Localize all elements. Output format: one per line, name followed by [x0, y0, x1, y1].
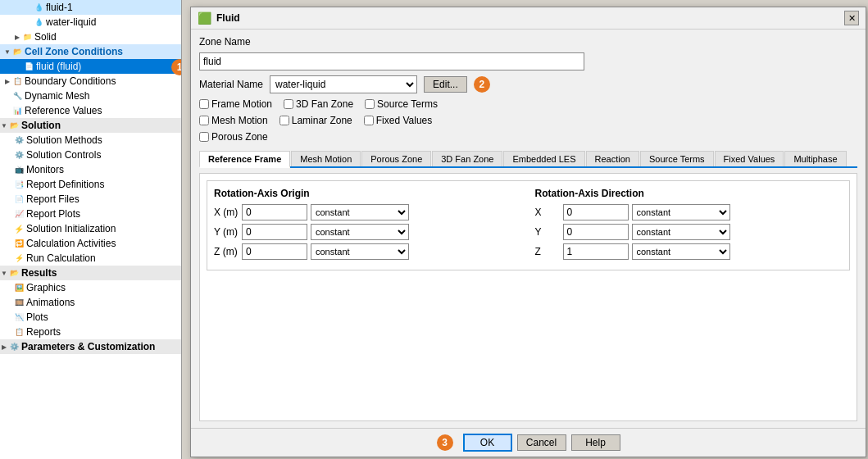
gear-icon-2: ⚙️ — [13, 149, 25, 161]
frame-motion-checkbox[interactable] — [199, 99, 209, 109]
direction-x-select[interactable]: constant — [632, 204, 730, 220]
direction-x-row: X constant — [535, 204, 843, 220]
direction-x-input[interactable] — [563, 204, 629, 220]
sidebar-item-fluid-fluid[interactable]: 📄 fluid (fluid) 1 — [0, 59, 181, 74]
tab-embedded-les[interactable]: Embedded LES — [503, 151, 584, 166]
sidebar-item-reference-values[interactable]: 📊 Reference Values — [0, 103, 181, 118]
file-icon: 📄 — [13, 193, 25, 205]
badge-1: 1 — [171, 59, 182, 75]
arrow-icon[interactable]: ▶ — [13, 34, 21, 41]
sidebar-item-label: fluid-1 — [46, 2, 73, 13]
sidebar-item-report-plots[interactable]: 📈 Report Plots — [0, 207, 181, 221]
mesh-motion-checkbox[interactable] — [199, 116, 209, 125]
tab-mesh-motion[interactable]: Mesh Motion — [291, 151, 361, 166]
sidebar-item-label: Graphics — [26, 282, 66, 293]
sidebar-item-fluid-1[interactable]: 💧 fluid-1 — [0, 0, 181, 15]
tab-reference-frame[interactable]: Reference Frame — [199, 151, 290, 168]
tab-fixed-values[interactable]: Fixed Values — [715, 151, 784, 166]
reports-icon: 📋 — [13, 326, 25, 338]
checkbox-group-3: Porous Zone — [199, 131, 857, 143]
ref-icon: 📊 — [11, 105, 23, 116]
arrow-icon[interactable]: ▼ — [0, 122, 8, 130]
porous-zone-checkbox-item: Porous Zone — [199, 131, 268, 143]
frame-motion-label: Frame Motion — [211, 98, 272, 110]
tab-porous-zone[interactable]: Porous Zone — [361, 151, 431, 166]
sidebar-item-solution-init[interactable]: ⚡ Solution Initialization — [0, 221, 181, 236]
sidebar-item-reports[interactable]: 📋 Reports — [0, 325, 181, 339]
direction-z-label: Z — [535, 246, 560, 257]
direction-y-label: Y — [535, 226, 560, 238]
sidebar-item-plots[interactable]: 📉 Plots — [0, 310, 181, 325]
ok-button[interactable]: OK — [463, 434, 512, 452]
sidebar-item-report-files[interactable]: 📄 Report Files — [0, 192, 181, 207]
sidebar-item-cell-zone-conditions[interactable]: ▼ 📂 Cell Zone Conditions — [0, 44, 181, 59]
material-name-select[interactable]: water-liquid — [270, 75, 417, 93]
sidebar: 💧 fluid-1 💧 water-liquid ▶ 📁 Solid ▼ 📂 C… — [0, 0, 182, 459]
dialog-body: Zone Name Material Name water-liquid Edi… — [191, 30, 866, 428]
tab-reaction[interactable]: Reaction — [586, 151, 639, 166]
origin-z-select[interactable]: constant — [311, 243, 409, 260]
sidebar-item-graphics[interactable]: 🖼️ Graphics — [0, 280, 181, 295]
origin-z-label: Z (m) — [214, 246, 239, 257]
cancel-button[interactable]: Cancel — [517, 434, 566, 451]
drop-icon: 💧 — [33, 2, 44, 13]
origin-z-input[interactable] — [242, 243, 307, 260]
direction-y-select[interactable]: constant — [632, 224, 730, 240]
arrow-icon[interactable]: ▼ — [3, 48, 11, 56]
solution-icon: 📂 — [8, 120, 20, 131]
fixed-values-checkbox-item: Fixed Values — [364, 115, 432, 126]
direction-z-input[interactable] — [563, 243, 629, 260]
zone-name-input[interactable] — [199, 52, 584, 70]
sidebar-item-label: Solid — [34, 31, 57, 43]
zone-name-row: Zone Name — [199, 36, 857, 48]
checkbox-group-1: Frame Motion 3D Fan Zone Source Terms — [199, 98, 857, 110]
sidebar-item-label: Solution Controls — [26, 149, 101, 161]
sidebar-item-report-definitions[interactable]: 📑 Report Definitions — [0, 177, 181, 192]
zone-name-label: Zone Name — [199, 36, 251, 48]
direction-x-label: X — [535, 207, 560, 218]
rotation-axis-direction: Rotation-Axis Direction X constant Y — [535, 188, 843, 263]
sidebar-item-results[interactable]: ▼ 📂 Results — [0, 266, 181, 280]
sidebar-item-dynamic-mesh[interactable]: 🔧 Dynamic Mesh — [0, 89, 181, 103]
init-icon: ⚡ — [13, 223, 25, 234]
origin-x-input[interactable] — [242, 204, 307, 220]
sidebar-item-solution-methods[interactable]: ⚙️ Solution Methods — [0, 133, 181, 148]
mesh-motion-checkbox-item: Mesh Motion — [199, 115, 268, 126]
edit-button[interactable]: Edit... — [424, 76, 467, 93]
origin-y-label: Y (m) — [214, 226, 239, 238]
sidebar-item-parameters[interactable]: ▶ ⚙️ Parameters & Customization — [0, 339, 181, 354]
arrow-icon[interactable]: ▶ — [3, 78, 11, 85]
direction-y-input[interactable] — [563, 224, 629, 240]
sidebar-item-solid[interactable]: ▶ 📁 Solid — [0, 30, 181, 44]
help-button[interactable]: Help — [571, 434, 620, 451]
fixed-values-checkbox[interactable] — [364, 116, 374, 125]
sidebar-item-boundary-conditions[interactable]: ▶ 📋 Boundary Conditions — [0, 74, 181, 89]
sidebar-item-label: fluid (fluid) — [36, 61, 81, 72]
tab-source-terms[interactable]: Source Terms — [640, 151, 714, 166]
sidebar-item-solution-controls[interactable]: ⚙️ Solution Controls — [0, 148, 181, 162]
tab-multiphase[interactable]: Multiphase — [784, 151, 846, 166]
3d-fan-zone-checkbox[interactable] — [284, 99, 293, 109]
sidebar-item-calculation-activities[interactable]: 🔁 Calculation Activities — [0, 236, 181, 251]
arrow-icon[interactable]: ▶ — [0, 343, 8, 351]
porous-zone-checkbox[interactable] — [199, 132, 209, 142]
sidebar-item-water-liquid[interactable]: 💧 water-liquid — [0, 15, 181, 30]
origin-x-select[interactable]: constant — [311, 204, 409, 220]
sidebar-item-run-calculation[interactable]: ⚡ Run Calculation — [0, 251, 181, 266]
arrow-icon[interactable]: ▼ — [0, 270, 8, 277]
source-terms-checkbox[interactable] — [365, 99, 375, 109]
3d-fan-zone-checkbox-item: 3D Fan Zone — [284, 98, 353, 110]
direction-z-select[interactable]: constant — [632, 243, 730, 260]
tab-bar: Reference Frame Mesh Motion Porous Zone … — [199, 151, 857, 168]
dialog-close-button[interactable]: ✕ — [844, 11, 859, 25]
sidebar-item-label: Animations — [26, 297, 75, 308]
origin-y-select[interactable]: constant — [311, 224, 409, 240]
origin-y-input[interactable] — [242, 224, 307, 240]
plot-icon: 📈 — [13, 208, 25, 220]
sidebar-item-animations[interactable]: 🎞️ Animations — [0, 295, 181, 310]
sidebar-item-label: Parameters & Customization — [21, 341, 155, 352]
sidebar-item-solution[interactable]: ▼ 📂 Solution — [0, 118, 181, 133]
laminar-zone-checkbox[interactable] — [279, 116, 289, 125]
sidebar-item-monitors[interactable]: 📺 Monitors — [0, 162, 181, 177]
tab-3d-fan-zone[interactable]: 3D Fan Zone — [432, 151, 502, 166]
